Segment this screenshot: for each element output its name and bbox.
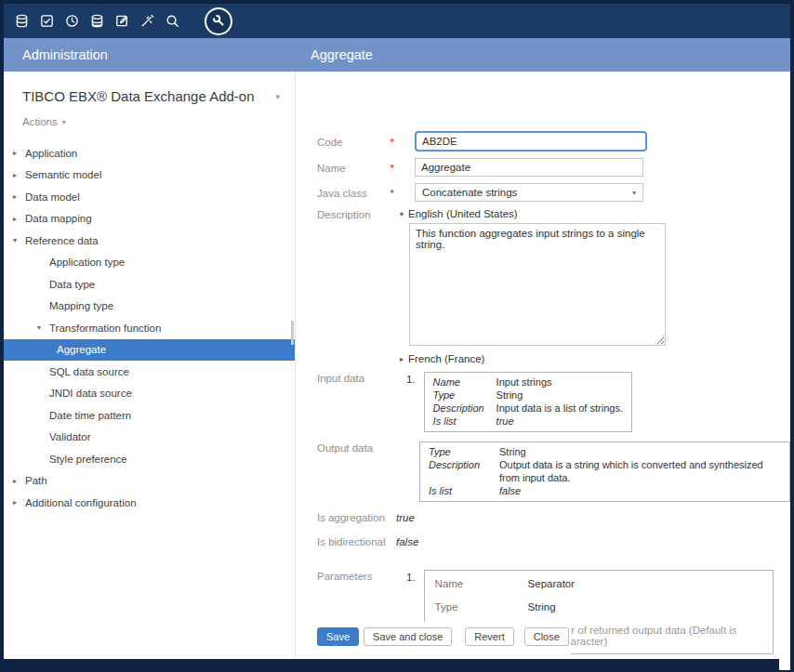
tree-item-label: Transformation function: [49, 323, 161, 334]
chevron-right-icon: ▸: [13, 215, 25, 223]
tree-item-label: Additional configuration: [25, 497, 137, 508]
close-button[interactable]: Close: [524, 627, 569, 646]
code-label: Code*: [317, 136, 415, 148]
tree-item-label: Reference data: [25, 235, 99, 246]
java-class-select[interactable]: Concatenate strings ▾: [415, 183, 643, 202]
tree-item-semantic-model[interactable]: ▸Semantic model: [4, 165, 295, 187]
checklist-icon[interactable]: [38, 13, 55, 30]
tree-item-aggregate[interactable]: Aggregate: [4, 339, 295, 362]
tree-item-reference-data[interactable]: ▾Reference data: [4, 230, 295, 252]
tree-item-label: Aggregate: [57, 344, 106, 355]
data-model-icon[interactable]: [88, 13, 105, 30]
kv-key: Type: [433, 389, 487, 402]
chevron-down-icon: ▾: [400, 210, 404, 218]
save-and-close-button[interactable]: Save and close: [364, 627, 452, 646]
tree-item-application-type[interactable]: Application type: [4, 252, 295, 274]
record-title: Aggregate: [296, 47, 373, 62]
input-data-table: NameInput strings TypeString Description…: [424, 372, 632, 432]
input-data-row: Input data 1. NameInput strings TypeStri…: [317, 372, 790, 432]
description-english-textarea[interactable]: This function aggregates input strings t…: [409, 223, 666, 346]
tree-item-additional-configuration[interactable]: ▸Additional configuration: [4, 492, 295, 514]
kv-key: Is list: [433, 415, 487, 428]
is-aggregation-value: true: [396, 511, 415, 523]
tree-item-date-time-pattern[interactable]: Date time pattern: [4, 404, 295, 427]
tree-item-label: JNDI data source: [49, 388, 132, 399]
dataset-selector[interactable]: TIBCO EBX® Data Exchange Add-on ▾: [4, 72, 295, 104]
record-form: Code* Name* Java class* Concatenate stri…: [296, 72, 790, 659]
chevron-down-icon: ▾: [632, 189, 636, 197]
kv-key: Name: [433, 376, 487, 389]
data-icon[interactable]: [13, 13, 30, 30]
application-window: Administration Aggregate TIBCO EBX® Data…: [0, 0, 794, 672]
kv-key: Type: [429, 445, 490, 458]
kv-value: String: [499, 445, 781, 458]
java-class-field-row: Java class* Concatenate strings ▾: [317, 183, 790, 202]
required-asterisk: *: [390, 137, 394, 148]
parameters-label: Parameters: [317, 570, 415, 582]
tree-item-sql-data-source[interactable]: SQL data source: [4, 361, 295, 383]
sidebar-scrollbar[interactable]: [291, 321, 294, 345]
required-asterisk: *: [390, 163, 394, 174]
code-input[interactable]: [415, 131, 647, 152]
search-icon[interactable]: [164, 13, 180, 30]
tree-item-label: Validator: [49, 431, 91, 442]
output-data-label: Output data: [317, 441, 415, 454]
tree-item-data-mapping[interactable]: ▸Data mapping: [4, 208, 295, 231]
is-bidirectional-value: false: [396, 535, 418, 547]
tree-item-label: Mapping type: [49, 300, 113, 311]
kv-value: Output data is a string which is convert…: [499, 458, 781, 484]
tree-item-label: Application: [25, 148, 77, 159]
tree-item-label: Date time pattern: [49, 410, 131, 421]
english-locale-label: English (United States): [408, 208, 518, 219]
left-pane-title: Administration: [4, 47, 296, 62]
description-field-row: Description ▾ English (United States) Th…: [317, 208, 790, 364]
actions-menu[interactable]: Actions ▾: [22, 116, 295, 127]
tree-item-label: Application type: [49, 257, 125, 268]
dataset-title: TIBCO EBX® Data Exchange Add-on: [22, 88, 255, 104]
perspective-icon[interactable]: [139, 13, 155, 30]
chevron-down-icon: ▾: [62, 118, 66, 126]
section-header: Administration Aggregate: [4, 38, 790, 72]
name-label: Name*: [317, 162, 415, 174]
kv-value: Separator: [528, 572, 762, 595]
is-bidirectional-row: Is bidirectional false: [317, 535, 790, 547]
kv-key: Name: [435, 572, 528, 595]
navigation-tree: ▸Application ▸Semantic model ▸Data model…: [4, 142, 295, 514]
input-data-label: Input data: [317, 372, 415, 384]
output-data-table: TypeString DescriptionOutput data is a s…: [419, 441, 790, 502]
kv-key: Description: [429, 458, 490, 484]
kv-value: String: [496, 389, 623, 402]
list-index: 1.: [406, 572, 416, 583]
save-button[interactable]: Save: [317, 627, 359, 646]
chevron-right-icon: ▸: [13, 498, 25, 507]
name-input[interactable]: [415, 158, 643, 177]
french-locale-toggle[interactable]: ▸ French (France): [400, 353, 666, 364]
tree-item-transformation-function[interactable]: ▾Transformation function: [4, 317, 295, 339]
tree-item-mapping-type[interactable]: Mapping type: [4, 296, 295, 318]
kv-value: true: [496, 415, 623, 428]
tree-item-label: Data mapping: [25, 213, 92, 224]
dashboard-icon[interactable]: [63, 13, 80, 30]
tree-item-label: Data model: [25, 191, 80, 203]
chevron-right-icon: ▸: [13, 477, 25, 485]
authoring-icon[interactable]: [113, 13, 130, 30]
chevron-right-icon: ▸: [13, 171, 25, 179]
tree-item-application[interactable]: ▸Application: [4, 142, 295, 165]
tree-item-jndi-data-source[interactable]: JNDI data source: [4, 383, 295, 405]
english-locale-toggle[interactable]: ▾ English (United States): [400, 208, 666, 219]
java-class-selected-value: Concatenate strings: [422, 187, 517, 198]
output-data-row: Output data TypeString DescriptionOutput…: [317, 441, 790, 502]
tree-item-style-preference[interactable]: Style preference: [4, 448, 295, 470]
actions-label: Actions: [22, 116, 58, 127]
revert-button[interactable]: Revert: [465, 627, 513, 646]
kv-key: Type: [435, 595, 528, 618]
tree-item-data-type[interactable]: Data type: [4, 273, 295, 296]
tree-item-validator[interactable]: Validator: [4, 427, 295, 449]
top-toolbar: [4, 4, 790, 38]
kv-value: String: [528, 595, 762, 618]
list-index: 1.: [406, 374, 416, 385]
java-class-label: Java class*: [317, 187, 415, 199]
tree-item-data-model[interactable]: ▸Data model: [4, 186, 295, 208]
tree-item-path[interactable]: ▸Path: [4, 470, 295, 493]
administration-icon[interactable]: [205, 7, 232, 35]
